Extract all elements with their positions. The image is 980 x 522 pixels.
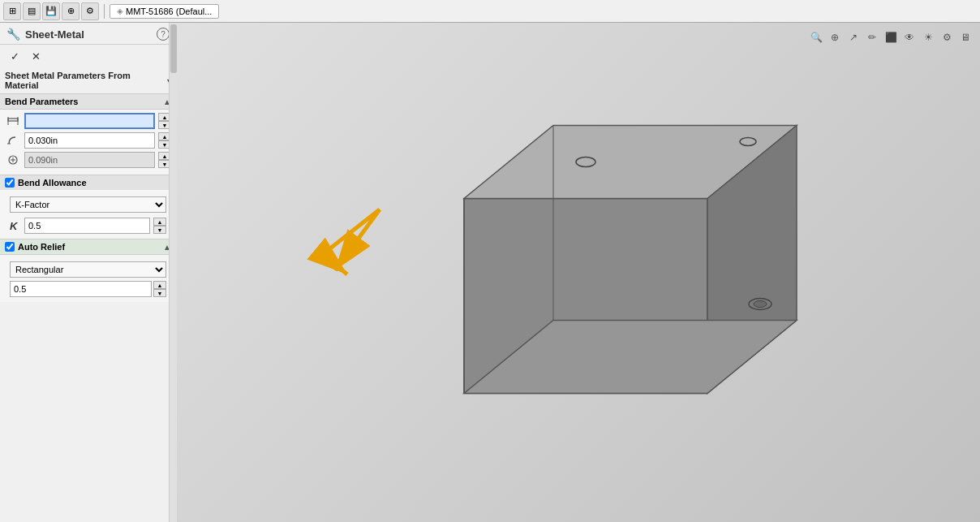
- vp-sketch-icon[interactable]: ✏: [864, 29, 880, 45]
- thickness-icon: [5, 113, 21, 129]
- help-button[interactable]: ?: [157, 28, 170, 41]
- auto-relief-title: Auto Relief: [18, 242, 65, 252]
- k-spinner: ▲ ▼: [153, 218, 166, 234]
- panel-scrollbar[interactable]: [169, 23, 177, 522]
- annotation-arrows: [217, 193, 428, 307]
- bend-allowance-title: Bend Allowance: [18, 178, 87, 188]
- save-icon[interactable]: 💾: [42, 2, 60, 20]
- material-params-label: Sheet Metal Parameters From Material: [5, 71, 164, 90]
- thickness-input[interactable]: [24, 113, 155, 129]
- bend-radius-icon: [5, 132, 21, 149]
- vp-eye-icon[interactable]: 👁: [901, 29, 918, 45]
- annotation-container: [217, 193, 428, 309]
- 3d-model-area: [399, 101, 853, 444]
- k-spin-down[interactable]: ▼: [153, 226, 166, 234]
- vp-search-icon[interactable]: 🔍: [808, 29, 824, 45]
- relief-type-dropdown-row: Rectangular Oblong Tear: [10, 261, 166, 278]
- relief-ratio-spinner: ▲ ▼: [153, 281, 166, 297]
- viewport[interactable]: 🔍 ⊕ ↗ ✏ ⬛ 👁 ☀ ⚙ 🖥: [177, 23, 980, 522]
- k-input[interactable]: [24, 218, 150, 234]
- bend-parameters-content: ▲ ▼ ▲ ▼: [0, 110, 176, 175]
- scrollbar-thumb: [170, 24, 177, 73]
- left-panel-wrapper: 🔧 Sheet-Metal ? ✓ ✕ Sheet Metal Paramete…: [0, 23, 177, 522]
- gear-icon[interactable]: ⚙: [81, 2, 99, 20]
- bend-parameters-header[interactable]: Bend Parameters ▲: [0, 94, 176, 110]
- bend-allowance-content: K-Factor Bend Table Bend Deduction K ▲ ▼: [0, 190, 176, 239]
- center-icon[interactable]: ⊕: [62, 2, 80, 20]
- kfactor-dropdown[interactable]: K-Factor Bend Table Bend Deduction: [10, 196, 166, 213]
- top-toolbar: ⊞ ▤ 💾 ⊕ ⚙ ◈ MMT-51686 (Defaul...: [0, 0, 980, 23]
- relief-ratio-input[interactable]: [10, 281, 152, 297]
- 3d-model-svg: [399, 101, 853, 442]
- left-panel: 🔧 Sheet-Metal ? ✓ ✕ Sheet Metal Paramete…: [0, 23, 177, 522]
- relief-ratio-spin-up[interactable]: ▲: [153, 281, 166, 289]
- relief-ratio-row: ▲ ▼: [10, 281, 166, 297]
- bend-radius-input[interactable]: [24, 132, 155, 149]
- auto-relief-value-row: ▲ ▼: [5, 152, 171, 168]
- panel-header: 🔧 Sheet-Metal ?: [0, 23, 176, 45]
- kfactor-dropdown-row: K-Factor Bend Table Bend Deduction: [10, 196, 166, 213]
- k-spin-up[interactable]: ▲: [153, 218, 166, 226]
- k-label: K: [10, 220, 21, 232]
- auto-relief-header[interactable]: Auto Relief ▲: [0, 239, 176, 255]
- vp-settings-icon[interactable]: ⚙: [939, 29, 955, 45]
- auto-relief-content: Rectangular Oblong Tear ▲ ▼: [0, 255, 176, 302]
- auto-relief-checkbox[interactable]: [5, 242, 15, 252]
- auto-relief-icon: [5, 152, 21, 168]
- vp-zoom-icon[interactable]: ⊕: [827, 29, 843, 45]
- right-toolbar: 🔍 ⊕ ↗ ✏ ⬛ 👁 ☀ ⚙ 🖥: [808, 29, 974, 45]
- vp-cursor-icon[interactable]: ↗: [845, 29, 862, 45]
- bend-allowance-checkbox[interactable]: [5, 178, 15, 188]
- tab-title: MMT-51686 (Defaul...: [126, 6, 212, 16]
- svg-rect-0: [8, 119, 18, 121]
- svg-point-15: [754, 300, 767, 307]
- table-icon[interactable]: ▤: [23, 2, 41, 20]
- bend-allowance-header[interactable]: Bend Allowance: [0, 175, 176, 190]
- vp-box-icon[interactable]: ⬛: [883, 29, 899, 45]
- confirm-button[interactable]: ✓: [6, 48, 23, 64]
- vp-monitor-icon[interactable]: 🖥: [957, 29, 974, 45]
- thickness-row: ▲ ▼: [5, 113, 171, 129]
- grid-icon[interactable]: ⊞: [3, 2, 21, 20]
- relief-type-dropdown[interactable]: Rectangular Oblong Tear: [10, 261, 166, 278]
- bend-parameters-title: Bend Parameters: [5, 97, 79, 106]
- cancel-button[interactable]: ✕: [28, 48, 44, 64]
- relief-ratio-spin-down[interactable]: ▼: [153, 289, 166, 297]
- main-area: 🔧 Sheet-Metal ? ✓ ✕ Sheet Metal Paramete…: [0, 23, 980, 522]
- panel-title: Sheet-Metal: [25, 28, 84, 41]
- panel-actions: ✓ ✕: [0, 45, 176, 67]
- bend-radius-row: ▲ ▼: [5, 132, 171, 149]
- vp-sun-icon[interactable]: ☀: [920, 29, 936, 45]
- auto-relief-input[interactable]: [24, 152, 155, 168]
- material-params-row[interactable]: Sheet Metal Parameters From Material ▾: [0, 67, 176, 94]
- active-tab[interactable]: ◈ MMT-51686 (Defaul...: [110, 4, 219, 19]
- k-value-row: K ▲ ▼: [5, 216, 171, 235]
